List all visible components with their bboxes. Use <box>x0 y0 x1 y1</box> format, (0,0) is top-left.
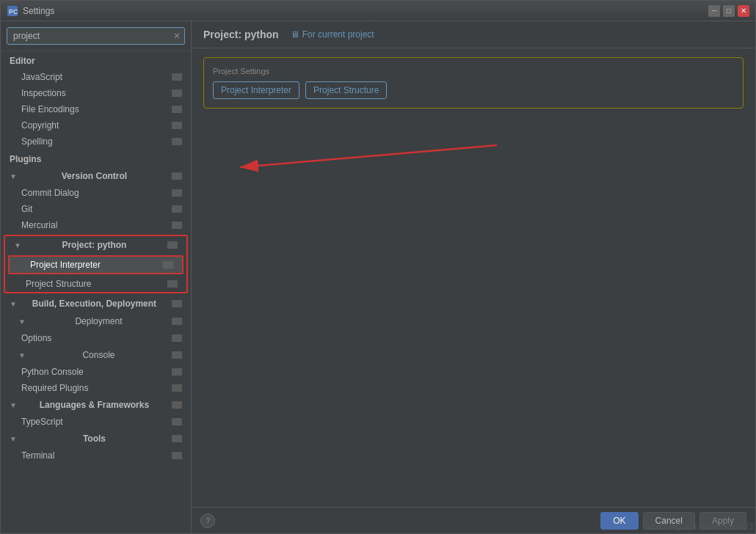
sidebar-item-python-console[interactable]: Python Console <box>1 364 191 380</box>
minimize-button[interactable]: ─ <box>708 5 720 17</box>
sidebar-item-copyright[interactable]: Copyright <box>1 117 191 134</box>
sidebar-item-git[interactable]: Git <box>1 201 191 217</box>
maximize-button[interactable]: □ <box>723 5 735 17</box>
lang-icon <box>172 401 182 409</box>
project-settings-box: Project Settings Project Interpreter Pro… <box>203 57 744 109</box>
help-button[interactable]: ? <box>200 513 215 528</box>
typescript-label: TypeScript <box>21 417 63 427</box>
ps-icon <box>167 280 178 288</box>
settings-buttons: Project Interpreter Project Structure <box>213 81 734 99</box>
close-button[interactable]: ✕ <box>738 5 749 17</box>
rp-icon <box>172 384 182 392</box>
sidebar-list: Editor JavaScript Inspections File Encod… <box>1 51 191 533</box>
search-clear-icon[interactable]: ✕ <box>173 31 181 41</box>
deployment-icon <box>172 318 182 325</box>
svg-line-3 <box>240 145 497 167</box>
search-wrapper: ✕ <box>7 27 185 45</box>
search-container: ✕ <box>1 21 191 51</box>
project-structure-label: Project Structure <box>26 279 91 289</box>
python-console-icon <box>172 368 182 376</box>
copyright-label: Copyright <box>21 120 59 131</box>
tools-label: Tools <box>83 434 106 444</box>
settings-window: PC Settings ─ □ ✕ ✕ Editor JavaScript <box>0 0 756 534</box>
main-subtitle: 🖥 For current project <box>291 29 374 40</box>
project-structure-button[interactable]: Project Structure <box>305 81 387 99</box>
sidebar-item-project-interpreter[interactable]: Project Interpreter <box>10 257 182 273</box>
lang-expand-arrow: ▼ <box>10 401 17 409</box>
main-header: Project: python 🖥 For current project <box>192 21 755 48</box>
commit-dialog-label: Commit Dialog <box>21 188 79 198</box>
be-icon <box>172 300 182 307</box>
monitor-icon: 🖥 <box>291 29 299 40</box>
project-interpreter-button[interactable]: Project Interpreter <box>213 81 299 99</box>
tools-icon <box>172 435 182 442</box>
svg-text:PC: PC <box>9 8 18 15</box>
main-panel: Project: python 🖥 For current project Pr… <box>192 21 755 533</box>
mercurial-label: Mercurial <box>21 220 57 230</box>
app-icon: PC <box>7 5 18 17</box>
search-input[interactable] <box>7 27 185 45</box>
deployment-label: Deployment <box>75 316 122 326</box>
annotation-arrow <box>203 138 512 182</box>
ts-icon <box>172 418 182 425</box>
js-icon <box>172 73 182 81</box>
sidebar-item-mercurial[interactable]: Mercurial <box>1 217 191 233</box>
window-content: ✕ Editor JavaScript Inspections File Enc… <box>1 21 755 533</box>
pp-expand-arrow: ▼ <box>14 241 21 249</box>
sidebar-version-control[interactable]: ▼ Version Control <box>1 167 191 185</box>
sidebar-item-file-encodings[interactable]: File Encodings <box>1 101 191 117</box>
project-interpreter-label: Project Interpreter <box>30 260 101 270</box>
sidebar-tools[interactable]: ▼ Tools <box>1 430 191 447</box>
sidebar-deployment[interactable]: ▼ Deployment <box>1 312 191 330</box>
inspections-label: Inspections <box>21 88 66 98</box>
languages-label: Languages & Frameworks <box>40 400 149 410</box>
sidebar-build-exec[interactable]: ▼ Build, Execution, Deployment <box>1 295 191 312</box>
sidebar-item-commit-dialog[interactable]: Commit Dialog <box>1 185 191 201</box>
sidebar-item-project-structure[interactable]: Project Structure <box>5 276 186 292</box>
tools-expand-arrow: ▼ <box>10 435 17 443</box>
spelling-icon <box>172 138 182 145</box>
subtitle-text: For current project <box>302 29 374 40</box>
terminal-label: Terminal <box>21 450 54 461</box>
con-expand-arrow: ▼ <box>18 351 26 359</box>
javascript-label: JavaScript <box>21 72 62 82</box>
sidebar-item-inspections[interactable]: Inspections <box>1 85 191 101</box>
sidebar-console[interactable]: ▼ Console <box>1 346 191 364</box>
git-label: Git <box>21 204 32 214</box>
sidebar-item-terminal[interactable]: Terminal <box>1 447 191 464</box>
title-bar: PC Settings ─ □ ✕ <box>1 1 755 21</box>
sidebar: ✕ Editor JavaScript Inspections File Enc… <box>1 21 192 533</box>
options-icon <box>172 334 182 342</box>
project-interpreter-wrapper: Project Interpreter <box>8 255 183 274</box>
spelling-label: Spelling <box>21 136 53 147</box>
project-settings-label: Project Settings <box>213 67 734 76</box>
sidebar-item-options[interactable]: Options <box>1 330 191 346</box>
project-python-label: Project: python <box>62 240 126 250</box>
sidebar-item-required-plugins[interactable]: Required Plugins <box>1 380 191 396</box>
ok-button[interactable]: OK <box>600 512 638 530</box>
project-python-section: ▼ Project: python Project Interpreter Pr… <box>4 235 188 293</box>
required-plugins-label: Required Plugins <box>21 383 88 393</box>
python-console-label: Python Console <box>21 367 84 377</box>
sidebar-project-python[interactable]: ▼ Project: python <box>5 236 186 254</box>
sidebar-section-editor: Editor <box>1 51 191 69</box>
sidebar-languages[interactable]: ▼ Languages & Frameworks <box>1 396 191 414</box>
git-icon <box>172 205 182 213</box>
file-encodings-label: File Encodings <box>21 104 79 114</box>
sidebar-item-spelling[interactable]: Spelling <box>1 134 191 150</box>
file-encodings-icon <box>172 106 182 113</box>
terminal-icon <box>172 452 182 459</box>
main-content: Project Settings Project Interpreter Pro… <box>192 48 755 507</box>
vc-icon <box>172 172 182 180</box>
build-exec-label: Build, Execution, Deployment <box>32 299 156 309</box>
inspections-icon <box>172 89 182 97</box>
pi-icon <box>163 261 173 268</box>
sidebar-item-typescript[interactable]: TypeScript <box>1 414 191 430</box>
dep-expand-arrow: ▼ <box>18 318 26 326</box>
options-label: Options <box>21 333 51 343</box>
copyright-icon <box>172 122 182 129</box>
console-icon <box>172 351 182 359</box>
watermark: https://blog.csdn.net/xunxue1523 <box>645 523 753 531</box>
main-title: Project: python <box>203 29 279 40</box>
sidebar-item-javascript[interactable]: JavaScript <box>1 69 191 85</box>
